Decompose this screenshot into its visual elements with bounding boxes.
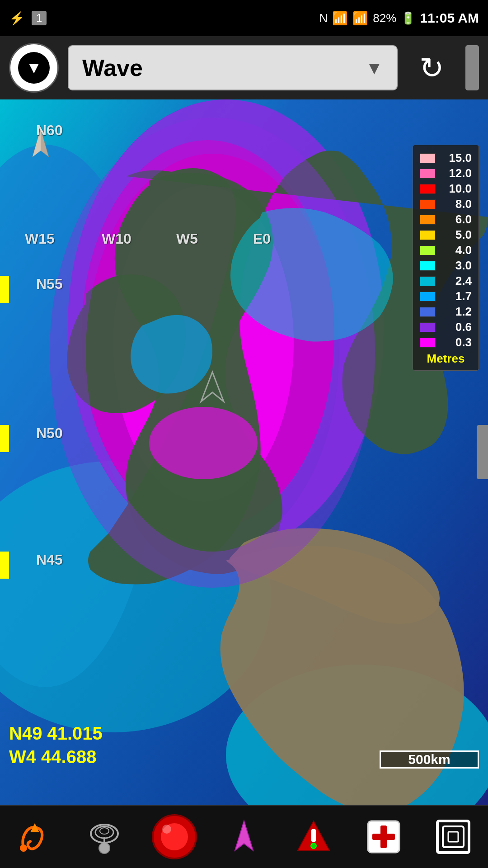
grid-w5: W5 [176,231,198,247]
scale-text: 500km [408,752,450,767]
legend-value-12: 12.0 [440,166,472,180]
status-right: N 📶 📶 82% 🔋 11:05 AM [319,10,479,26]
refresh-icon: ↻ [419,51,444,85]
legend-row-12b: 1.2 [420,305,472,319]
grid-n50: N50 [36,425,63,442]
svg-rect-31 [443,826,464,847]
legend-color-4 [420,245,436,255]
svg-marker-22 [235,821,253,850]
legend-row-12: 12.0 [420,166,472,180]
legend-value-06: 0.6 [440,320,472,334]
legend-value-8: 8.0 [440,197,472,211]
legend-color-3 [420,261,436,271]
legend-color-06 [420,322,436,332]
grid-n55: N55 [36,276,63,292]
compass-arrow: ▼ [26,58,42,77]
refresh-button[interactable]: ↻ [407,43,456,93]
svg-point-8 [149,407,258,479]
battery-icon: 🔋 [401,11,415,25]
aid-icon [363,816,404,857]
legend-color-12b [420,307,436,317]
nav-navigate-button[interactable] [210,807,278,866]
route-icon [14,816,55,857]
legend-color-15 [420,153,436,163]
legend-row-15: 15.0 [420,151,472,165]
svg-point-14 [99,843,110,854]
legend-value-03: 0.3 [440,335,472,349]
nav-layers-button[interactable] [419,807,487,866]
wifi-icon: 📶 [332,11,348,26]
legend-row-17: 1.7 [420,289,472,303]
legend-color-03 [420,338,436,348]
nav-route-button[interactable] [1,807,69,866]
legend-color-5 [420,230,436,240]
signal-icon: 📶 [352,11,368,26]
grid-n45: N45 [36,552,63,568]
right-scroll-handle[interactable] [477,425,488,479]
notification-badge: 1 [32,11,47,25]
grid-e0: E0 [253,231,271,247]
legend-value-24: 2.4 [440,274,472,288]
legend-color-10 [420,184,436,194]
legend-row-5: 5.0 [420,228,472,242]
grid-n60: N60 [36,122,63,139]
legend-value-3: 3.0 [440,259,472,273]
legend-row-4: 4.0 [420,243,472,257]
legend-row-6: 6.0 [420,212,472,226]
legend-row-8: 8.0 [420,197,472,211]
time: 11:05 AM [420,10,479,26]
side-handle [465,45,479,90]
legend-color-12 [420,169,436,179]
alert-icon [293,816,334,857]
svg-point-12 [20,844,27,852]
wave-selector[interactable]: Wave ▼ [68,45,398,90]
satellite-icon [84,816,125,857]
svg-point-18 [100,828,109,834]
legend-row-03: 0.3 [420,335,472,349]
svg-point-21 [162,825,171,834]
legend-row-10: 10.0 [420,182,472,196]
compass-button[interactable]: ▼ [9,43,59,93]
scale-bar: 500km [380,750,479,769]
legend-value-15: 15.0 [440,151,472,165]
nfc-icon: N [319,11,328,25]
usb-icon: ⚡ [9,11,25,26]
legend-row-3: 3.0 [420,259,472,273]
dropdown-arrow-icon: ▼ [365,58,383,78]
navigate-icon [224,816,264,857]
grid-w10: W10 [102,231,131,247]
longitude: W4 44.688 [9,745,103,769]
legend-value-10: 10.0 [440,182,472,196]
legend-color-6 [420,215,436,225]
svg-marker-11 [201,372,224,401]
nav-gps-button[interactable] [141,807,208,866]
gps-icon [150,812,199,862]
location-pin [197,368,228,410]
wave-legend: 15.0 12.0 10.0 8.0 6.0 5.0 4.0 3.0 [413,145,479,371]
battery-percent: 82% [373,11,396,25]
legend-value-5: 5.0 [440,228,472,242]
legend-value-12b: 1.2 [440,305,472,319]
legend-unit: Metres [420,352,472,366]
latitude: N49 41.015 [9,722,103,745]
status-bar: ⚡ 1 N 📶 📶 82% 🔋 11:05 AM [0,0,488,36]
nav-satellite-button[interactable] [70,807,138,866]
left-indicator-2 [0,425,9,452]
nav-aid-button[interactable] [350,807,418,866]
legend-value-4: 4.0 [440,243,472,257]
coordinates-display: N49 41.015 W4 44.688 [9,722,103,769]
legend-color-8 [420,199,436,209]
legend-value-17: 1.7 [440,289,472,303]
top-bar: ▼ Wave ▼ ↻ [0,36,488,99]
legend-value-6: 6.0 [440,212,472,226]
wave-label: Wave [82,54,143,81]
nav-alert-button[interactable] [280,807,347,866]
map-area[interactable]: N60 N55 N50 N45 W15 W10 W5 E0 15.0 12.0 … [0,99,488,805]
bottom-nav-bar [0,805,488,868]
legend-color-24 [420,276,436,286]
legend-row-24: 2.4 [420,274,472,288]
status-left: ⚡ 1 [9,11,47,26]
left-indicator-3 [0,552,9,579]
grid-w15: W15 [25,231,55,247]
legend-row-06: 0.6 [420,320,472,334]
